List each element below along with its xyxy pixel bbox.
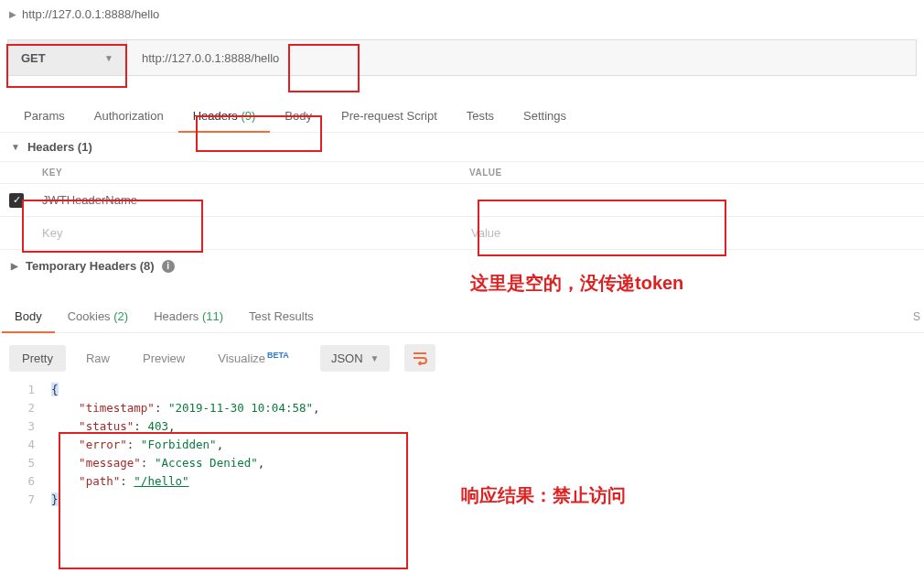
code-area[interactable]: { "timestamp": "2019-11-30 10:04:58", "s… xyxy=(51,381,924,509)
caret-right-icon: ▶ xyxy=(11,261,18,271)
brace-close: } xyxy=(51,492,59,506)
tab-tests[interactable]: Tests xyxy=(452,100,509,132)
tab-prerequest[interactable]: Pre-request Script xyxy=(327,100,452,132)
check-icon: ✓ xyxy=(9,193,24,208)
resp-tab-cookies[interactable]: Cookies (2) xyxy=(55,300,141,332)
view-pretty[interactable]: Pretty xyxy=(9,345,66,372)
kv-col-value: VALUE xyxy=(462,162,924,183)
beta-badge: BETA xyxy=(267,351,289,360)
resp-tab-test-results[interactable]: Test Results xyxy=(236,300,327,332)
tab-headers-count: (9) xyxy=(241,109,255,123)
request-summary-row[interactable]: ▶ http://127.0.0.1:8888/hello xyxy=(0,0,924,28)
resp-tab-headers[interactable]: Headers (11) xyxy=(141,300,236,332)
chevron-down-icon: ▼ xyxy=(11,142,20,152)
response-format-select[interactable]: JSON ▼ xyxy=(320,345,391,372)
tab-settings[interactable]: Settings xyxy=(509,100,581,132)
http-method-label: GET xyxy=(21,51,46,65)
temporary-headers-toggle[interactable]: ▶ Temporary Headers (8) i xyxy=(0,250,924,282)
info-icon[interactable]: i xyxy=(162,260,175,273)
kv-col-key: KEY xyxy=(0,162,462,183)
caret-right-icon: ▶ xyxy=(9,9,16,19)
kv-header-row: KEY VALUE xyxy=(0,161,924,184)
response-toolbar: Pretty Raw Preview VisualizeBETA JSON ▼ xyxy=(0,333,924,379)
resp-tab-cookies-label: Cookies xyxy=(68,309,111,323)
resp-status-truncated: S xyxy=(913,310,920,323)
headers-section-label: Headers (1) xyxy=(27,140,92,154)
tab-body[interactable]: Body xyxy=(270,100,327,132)
tab-headers[interactable]: Headers (9) xyxy=(178,100,271,132)
header-row: ✓ JWTHeaderName xyxy=(0,184,924,217)
resp-tab-headers-label: Headers xyxy=(154,309,199,323)
resp-tab-headers-count: (11) xyxy=(202,309,223,323)
request-summary-url: http://127.0.0.1:8888/hello xyxy=(22,7,159,21)
chevron-down-icon: ▼ xyxy=(371,353,380,363)
header-key-input[interactable]: JWTHeaderName xyxy=(33,186,462,214)
response-format-label: JSON xyxy=(331,351,363,365)
header-key-placeholder[interactable]: Key xyxy=(33,219,462,247)
chevron-down-icon: ▼ xyxy=(104,53,113,63)
response-body[interactable]: 1 2 3 4 5 6 7 { "timestamp": "2019-11-30… xyxy=(0,379,924,509)
brace-open: { xyxy=(51,383,59,396)
view-raw[interactable]: Raw xyxy=(73,345,123,372)
tab-headers-label: Headers xyxy=(193,109,238,123)
view-visualize[interactable]: VisualizeBETA xyxy=(205,344,302,372)
view-preview[interactable]: Preview xyxy=(130,345,198,372)
wrap-icon xyxy=(412,351,428,365)
line-gutter: 1 2 3 4 5 6 7 xyxy=(0,381,51,509)
tab-authorization[interactable]: Authorization xyxy=(80,100,178,132)
request-bar: GET ▼ xyxy=(7,39,917,76)
request-tabs: Params Authorization Headers (9) Body Pr… xyxy=(0,100,924,133)
resp-tab-cookies-count: (2) xyxy=(113,309,128,323)
header-value-input[interactable] xyxy=(462,193,924,208)
header-row-new: Key Value xyxy=(0,217,924,250)
view-visualize-label: Visualize xyxy=(218,351,265,365)
header-row-checkbox[interactable]: ✓ xyxy=(0,193,33,208)
response-tabs: Body Cookies (2) Headers (11) Test Resul… xyxy=(0,300,924,333)
headers-section-toggle[interactable]: ▼ Headers (1) xyxy=(0,133,924,161)
temporary-headers-label: Temporary Headers (8) xyxy=(26,259,155,273)
wrap-toggle-button[interactable] xyxy=(404,344,435,372)
http-method-select[interactable]: GET ▼ xyxy=(8,40,127,75)
tab-params[interactable]: Params xyxy=(9,100,80,132)
resp-tab-body[interactable]: Body xyxy=(2,300,55,332)
request-url-input[interactable] xyxy=(127,40,916,75)
header-value-placeholder[interactable]: Value xyxy=(462,219,924,247)
